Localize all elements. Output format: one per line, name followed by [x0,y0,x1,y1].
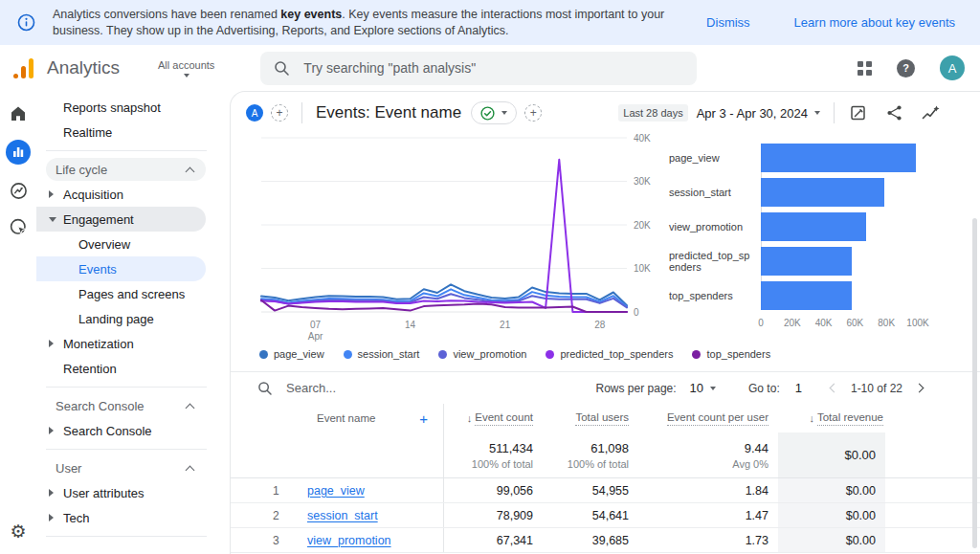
vertical-scrollbar[interactable] [972,218,977,548]
legend-item-top_spenders: top_spenders [692,348,770,360]
column-header-label: Event count per user [667,411,768,426]
sidebar-item-search-console[interactable]: Search Console [36,418,206,443]
advertising-icon[interactable] [9,217,29,237]
sidebar-item-monetization[interactable]: Monetization [36,331,206,356]
customize-report-icon[interactable] [850,104,867,122]
pagination-range: 1-10 of 22 [851,382,902,395]
explore-icon[interactable] [9,181,29,201]
bar[interactable] [761,247,852,276]
global-search[interactable] [260,52,697,85]
admin-gear-icon[interactable]: ⚙ [10,521,26,543]
column-header-event-name[interactable]: Event name + [231,404,443,432]
legend-label: view_promotion [453,348,526,360]
top-bar: Analytics All accounts ? A [0,45,980,91]
table-search-input[interactable] [284,380,504,396]
totals-event-count: 511,434 100% of total [443,432,535,477]
chevron-down-icon [501,111,507,115]
sidebar-item-engagement[interactable]: Engagement [36,207,206,232]
event-name-link[interactable]: page_view [307,484,365,498]
share-icon[interactable] [886,104,902,122]
date-range-selector[interactable]: Apr 3 - Apr 30, 2024 [697,106,808,121]
sidebar-divider [46,150,207,151]
chevron-up-icon [186,166,195,176]
column-header-total-users[interactable]: Total users [535,404,631,432]
account-switcher[interactable]: All accounts [158,59,214,78]
divider [301,102,302,123]
sidebar-divider [46,536,207,537]
learn-more-link[interactable]: Learn more about key events [794,15,955,30]
per-user-cell: 1.84 [631,478,770,502]
rows-per-page-value[interactable]: 10 [690,381,703,395]
reports-icon[interactable] [6,140,31,165]
bar[interactable] [761,178,884,207]
sidebar-item-realtime[interactable]: Realtime [36,120,206,144]
column-header-event-count-per-user[interactable]: Event count per user [631,404,770,432]
insights-icon[interactable] [922,104,940,122]
legend-dot-icon [259,350,268,359]
sidebar-item-pages-and-screens[interactable]: Pages and screens [36,281,206,306]
bar[interactable] [761,144,916,172]
table-header-row: Event name + ↓ Event count Total users E… [231,404,980,432]
bar-axis-tick-label: 80K [878,318,895,328]
event-name-link[interactable]: session_start [307,509,378,522]
sidebar-bottom [36,530,230,554]
dimension-selector-pill[interactable] [471,101,517,124]
sidebar-item-reports-snapshot[interactable]: Reports snapshot [36,95,206,120]
sidebar-item-overview[interactable]: Overview [36,232,206,256]
x-axis-tick-label: 21 [500,320,511,330]
next-page-button[interactable] [915,384,924,393]
sidebar-section-life-cycle[interactable]: Life cycle [46,158,206,181]
sidebar-section-label: User [56,461,81,476]
chevron-down-icon[interactable] [710,387,716,390]
sidebar-item-user-attributes[interactable]: User attributes [36,480,206,505]
legend-label: page_view [274,348,324,360]
legend-dot-icon [438,350,447,359]
bar-track [761,281,918,310]
legend-dot-icon [546,350,554,359]
comparison-chip[interactable]: A [246,104,263,122]
sidebar-item-acquisition[interactable]: Acquisition [36,182,206,207]
avatar[interactable]: A [940,55,965,80]
sidebar-item-events[interactable]: Events [36,256,206,281]
dismiss-button[interactable]: Dismiss [706,15,750,30]
add-metric-button[interactable]: + [524,104,542,122]
chevron-right-icon [49,514,54,521]
bar[interactable] [761,281,852,310]
sidebar-item-label: Events [78,262,117,277]
bar-category-label: predicted_top_spenders [669,250,761,273]
row-name-cell: 3view_promotion [231,528,443,552]
charts-panel: 010K20K30K40K07Apr142128 page_viewsessio… [231,134,980,343]
bar-row: session_start [669,178,918,207]
sidebar-section-label: Life cycle [56,163,107,177]
nav-rail: ⚙ [0,91,36,554]
column-header-total-revenue[interactable]: ↓ Total revenue [770,404,885,432]
global-search-input[interactable] [301,59,683,77]
add-comparison-button[interactable]: + [271,104,288,122]
apps-grid-icon[interactable] [858,61,872,76]
bar[interactable] [761,212,866,241]
sidebar-section-user[interactable]: User [46,456,206,479]
table-totals-row: 511,434 100% of total 61,098 100% of tot… [231,432,980,478]
previous-page-button[interactable] [830,384,839,393]
revenue-cell: $0.00 [778,503,885,527]
help-icon[interactable]: ? [897,59,915,78]
per-user-cell: 1.73 [631,528,770,552]
x-axis-tick-label: 07 [310,320,322,330]
add-column-button[interactable]: + [419,410,428,427]
event-name-link[interactable]: view_promotion [307,534,391,547]
bar-row: top_spenders [669,281,918,310]
bar-track [761,212,918,241]
legend-label: session_start [358,348,420,360]
sidebar-section-search-console[interactable]: Search Console [46,394,206,417]
chevron-right-icon [49,340,54,347]
sidebar-item-landing-page[interactable]: Landing page [36,306,206,331]
sidebar-nav: Reports snapshotRealtimeLife cycleAcquis… [36,91,230,554]
column-header-event-count[interactable]: ↓ Event count [443,404,535,432]
table-section: Rows per page: 10 Go to: 1 1-10 of 22 Ev… [231,371,980,553]
sidebar-item-retention[interactable]: Retention [36,356,206,381]
sidebar-item-tech[interactable]: Tech [36,505,206,530]
home-icon[interactable] [9,104,28,123]
goto-page-input[interactable]: 1 [795,381,802,395]
collapse-sidebar-button[interactable] [36,543,230,554]
legend-label: predicted_top_spenders [560,348,673,360]
